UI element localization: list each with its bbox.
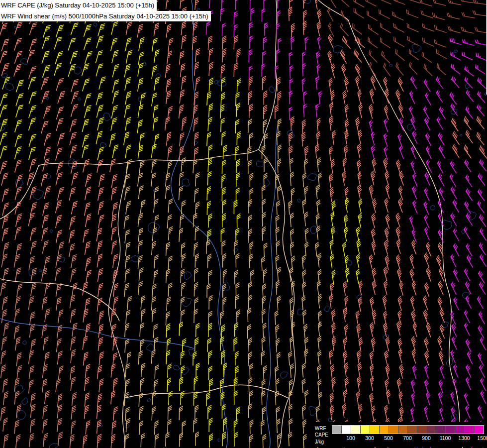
legend-scale: 100300500700900110013001500 [332,425,484,442]
legend-tick-label: 700 [403,435,412,441]
wind-barbs-R [0,240,78,448]
contour-scribble [20,58,27,65]
contour-scribble [298,309,303,315]
contour-scribble [148,223,160,233]
legend-swatch [436,426,446,434]
legend-tick-label: 100 [346,435,355,441]
wind-barbs-D [327,0,487,76]
contour-scribble [256,161,264,167]
legend-swatch [361,426,370,434]
legend-label-unit: J/kg [315,439,328,446]
contour-scribble [125,423,129,428]
contour-scribble [174,365,180,370]
contour-scribble [442,322,449,328]
contour-scribbles-layer [0,0,487,448]
map-titles: WRF CAPE (J/kg) Saturday 04-10-2025 15:0… [0,0,211,21]
contour-scribble [462,292,469,298]
legend-swatch [389,426,398,434]
legend-tick-label: 300 [365,435,374,441]
legend-label-block: WRF CAPE J/kg [315,425,328,446]
contour-scribble [131,255,139,262]
wind-barbs-S [0,0,487,448]
contour-scribble [46,97,49,100]
contour-scribble [347,260,352,265]
contour-scribble [5,83,14,91]
contour-scribble [33,190,43,200]
contour-scribble [466,83,470,89]
contour-scribble [184,272,191,280]
legend-swatch [408,426,417,434]
contour-scribble [310,226,317,234]
contour-scribble [390,64,392,67]
contour-scribble [17,411,26,420]
map-title-windshear: WRF Wind shear (m/s) 500/1000hPa Saturda… [0,11,211,22]
contour-scribble [307,173,317,181]
legend-swatch [332,426,342,434]
border-path [348,20,463,448]
legend-label-model: WRF [315,425,328,432]
contour-scribble [297,199,300,203]
legend-swatch-row [332,425,484,434]
contour-scribble [2,73,8,78]
legend-swatch [427,426,436,434]
legend-tick-label: 900 [422,435,431,441]
contour-scribble [23,340,27,344]
contour-scribble [58,257,65,262]
contour-scribble [14,26,16,28]
legend-swatch [465,426,474,434]
contour-scribble [333,45,343,53]
river-path [0,319,194,348]
contour-scribble [460,134,462,136]
contour-scribble [430,205,435,210]
contour-scribble [269,87,275,93]
weather-map-page: WRF CAPE (J/kg) Saturday 04-10-2025 15:0… [0,0,487,448]
contour-scribble [280,372,288,379]
contour-scribble [22,398,28,405]
legend-tick-label: 500 [384,435,393,441]
legend-swatch [342,426,351,434]
legend-swatch [380,426,389,434]
contour-scribble [214,80,218,84]
legend-swatch [446,426,455,434]
map-title-cape: WRF CAPE (J/kg) Saturday 04-10-2025 15:0… [0,0,157,11]
contour-scribble [324,306,330,311]
contour-scribble [182,298,192,307]
contour-scribble [39,270,42,272]
contour-scribble [74,67,82,74]
contour-scribble [103,113,110,121]
legend-swatch [370,426,380,434]
legend-tick-label: 1500 [477,435,487,441]
legend-swatch [417,426,427,434]
legend-swatch [455,426,465,434]
contour-scribble [218,439,220,442]
contour-scribble [50,230,53,232]
contour-scribble [147,344,154,351]
contour-scribble [78,98,81,101]
cape-legend: WRF CAPE J/kg 10030050070090011001300150… [311,422,487,448]
country-borders-layer [0,0,463,448]
wind-barbs-layer [0,0,487,448]
legend-swatch [398,426,408,434]
legend-tick-label: 1300 [458,435,470,441]
contour-scribble [412,44,421,53]
legend-swatch [474,426,484,434]
contour-scribble [94,23,97,26]
legend-swatch [351,426,361,434]
contour-scribble [454,50,457,53]
legend-tick-label: 1100 [440,435,451,441]
contour-scribble [147,399,151,402]
contour-scribble [49,443,59,448]
border-path [108,162,128,448]
legend-tick-row: 100300500700900110013001500 [332,435,483,442]
legend-label-param: CAPE [315,432,328,439]
wind-barb-field [0,0,487,448]
contour-scribble [182,179,190,186]
